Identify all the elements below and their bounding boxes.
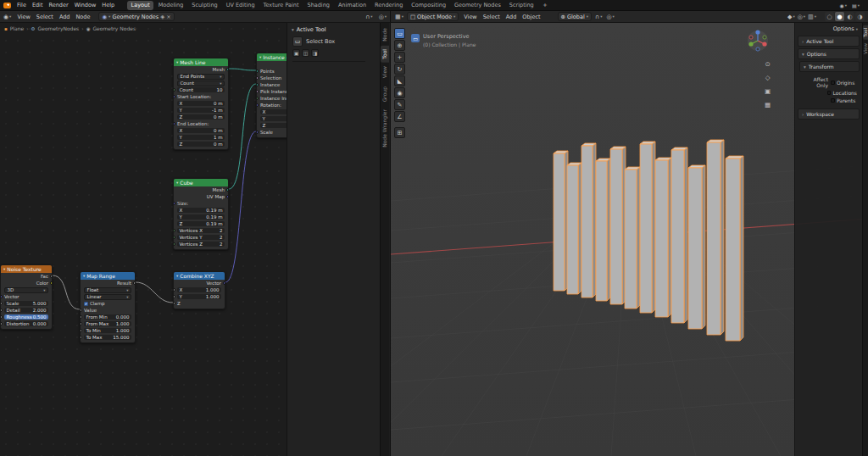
panel-active-tool[interactable]: ›Active Tool: [798, 36, 860, 47]
instanced-pillar-5[interactable]: [625, 170, 637, 309]
instanced-pillar-3[interactable]: [596, 161, 607, 301]
node-row-y[interactable]: Y0.19 m: [174, 214, 228, 220]
instanced-pillar-11[interactable]: [726, 158, 740, 341]
input-socket-from-max[interactable]: [80, 322, 82, 325]
node-link[interactable]: [229, 84, 256, 189]
output-socket-vector[interactable]: [223, 281, 225, 285]
node-noise-texture[interactable]: ▾Noise TextureFacColor3D▾VectorScale5.00…: [0, 264, 53, 330]
workspace-tab-rendering[interactable]: Rendering: [371, 1, 407, 10]
menu-help[interactable]: Help: [99, 1, 117, 9]
workspace-tab-texture-paint[interactable]: Texture Paint: [259, 1, 303, 10]
move-tool[interactable]: +: [394, 52, 405, 63]
instanced-pillar-6[interactable]: [652, 142, 655, 313]
input-socket-scale[interactable]: [0, 302, 3, 305]
instanced-pillar-1[interactable]: [567, 165, 578, 294]
viewport-menu-select[interactable]: Select: [481, 13, 503, 21]
unlink-tree-icon[interactable]: ×: [166, 14, 170, 20]
node-row-y[interactable]: Y1.000: [174, 293, 225, 300]
node-row-x[interactable]: X0 m: [174, 100, 228, 107]
toggle-xray-icon[interactable]: ▥▾: [807, 14, 817, 20]
instanced-pillar-8[interactable]: [671, 150, 684, 323]
input-socket-pick-instance[interactable]: [256, 90, 259, 93]
node-row-roughness[interactable]: Roughness0.500: [1, 314, 52, 320]
view-layer-selector[interactable]: ▤▾: [852, 3, 860, 8]
sidebar-tab-group[interactable]: Group: [381, 83, 389, 105]
node-row-vertices-z[interactable]: Vertices Z2: [174, 241, 228, 247]
input-socket-detail[interactable]: [0, 309, 3, 312]
node-row-result[interactable]: Result: [81, 280, 135, 286]
node-row-z[interactable]: Z: [174, 300, 225, 307]
node-row-linear[interactable]: Linear▾: [81, 293, 135, 300]
node-row-x[interactable]: X0 m: [174, 127, 228, 134]
select-mode-extend[interactable]: ◫: [302, 49, 309, 57]
breadcrumb-item-plane[interactable]: Plane: [10, 25, 24, 31]
sidebar-tab-view[interactable]: View: [381, 63, 389, 81]
input-socket-count[interactable]: [173, 88, 175, 92]
node-row-x[interactable]: X1.000: [174, 286, 225, 293]
transform-tool[interactable]: ◉: [394, 87, 405, 98]
instanced-pillar-10[interactable]: [721, 140, 724, 335]
node-row-scale[interactable]: Scale5.000: [1, 300, 52, 307]
node-menu-add[interactable]: Add: [57, 13, 73, 21]
fake-user-icon[interactable]: ◈: [160, 14, 164, 20]
node-tree-selector[interactable]: ◉ ▾ Geometry Nodes ◈ ×: [98, 12, 174, 21]
menu-render[interactable]: Render: [46, 1, 70, 9]
field-z[interactable]: Z0 m: [177, 142, 225, 147]
input-socket-scale[interactable]: [256, 131, 259, 134]
menu-edit[interactable]: Edit: [30, 1, 46, 9]
field-y[interactable]: Y0.19 m: [177, 214, 225, 220]
node-row-from-max[interactable]: From Max1.000: [81, 320, 135, 327]
dropdown-linear[interactable]: Linear▾: [84, 294, 131, 300]
pan-icon[interactable]: ◇: [765, 74, 771, 81]
input-socket-rotation[interactable]: [256, 103, 259, 107]
field-to-min[interactable]: To Min1.000: [84, 328, 131, 334]
node-row-uv-map[interactable]: UV Map: [174, 193, 228, 200]
field-to-max[interactable]: To Max15.000: [84, 335, 131, 341]
collapse-node-icon[interactable]: ▾: [176, 60, 178, 64]
input-socket-start-location[interactable]: [173, 95, 175, 98]
node-row-count[interactable]: Count10: [174, 86, 228, 93]
input-socket-points[interactable]: [256, 70, 259, 73]
node-row-y[interactable]: Y1 m: [174, 134, 228, 141]
field-from-min[interactable]: From Min0.000: [84, 314, 131, 320]
viewport-menu-view[interactable]: View: [461, 13, 479, 21]
field-y[interactable]: Y-1 m: [177, 108, 225, 114]
input-socket-selection[interactable]: [256, 76, 259, 80]
output-socket-color[interactable]: [50, 281, 53, 285]
field-distortion[interactable]: Distortion0.000: [4, 321, 48, 327]
instanced-pillar-6[interactable]: [640, 144, 652, 313]
sidebar-tab-node[interactable]: Node: [381, 25, 389, 45]
node-link[interactable]: [229, 69, 256, 70]
field-y[interactable]: Y1 m: [177, 135, 225, 141]
output-socket-result[interactable]: [133, 281, 136, 285]
shading-solid[interactable]: ●: [835, 12, 844, 21]
collapse-node-icon[interactable]: ▾: [176, 181, 178, 185]
instanced-pillar-11[interactable]: [726, 156, 743, 158]
instanced-pillar-11[interactable]: [740, 156, 743, 341]
node-map-range[interactable]: ▾Map RangeResultFloat▾Linear▾✓ClampValue…: [80, 271, 136, 343]
field-vertices-z[interactable]: Vertices Z2: [177, 242, 225, 247]
input-socket-distortion[interactable]: [0, 322, 3, 325]
editor-type-viewport-icon[interactable]: ▦▾: [394, 14, 404, 20]
node-cube[interactable]: ▾CubeMeshUV MapSize:X0.19 mY0.19 mZ0.19 …: [173, 178, 229, 250]
node-row-float[interactable]: Float▾: [81, 286, 135, 293]
field-y[interactable]: Y1.000: [177, 294, 221, 300]
viewport-3d[interactable]: ▭⊕+↻◣◉✎∠⊞ ▭ User Perspective (0) Collect…: [390, 23, 868, 456]
node-row-clamp[interactable]: ✓Clamp: [81, 300, 135, 307]
checkbox-origins[interactable]: [831, 81, 835, 85]
checkbox-parents[interactable]: [831, 98, 835, 103]
instanced-pillar-7[interactable]: [668, 158, 671, 317]
node-row-vector[interactable]: Vector: [174, 280, 225, 286]
field-x[interactable]: X0 m: [177, 101, 225, 107]
node-header-map-range[interactable]: ▾Map Range: [81, 272, 135, 280]
node-row-x[interactable]: X0.19 m: [174, 207, 228, 214]
field-vertices-y[interactable]: Vertices Y2: [177, 235, 225, 241]
node-row-count[interactable]: Count▾: [174, 80, 228, 86]
dropdown-float[interactable]: Float▾: [84, 287, 131, 293]
camera-view-icon[interactable]: ▣: [765, 87, 771, 95]
instanced-pillar-4[interactable]: [610, 149, 622, 304]
workspace-tab-geometry-nodes[interactable]: Geometry Nodes: [451, 1, 505, 10]
instanced-pillar-1[interactable]: [578, 163, 581, 294]
node-header-combine-xyz[interactable]: ▾Combine XYZ: [174, 272, 225, 280]
snap-magnet-icon[interactable]: ∩▾: [364, 14, 373, 20]
